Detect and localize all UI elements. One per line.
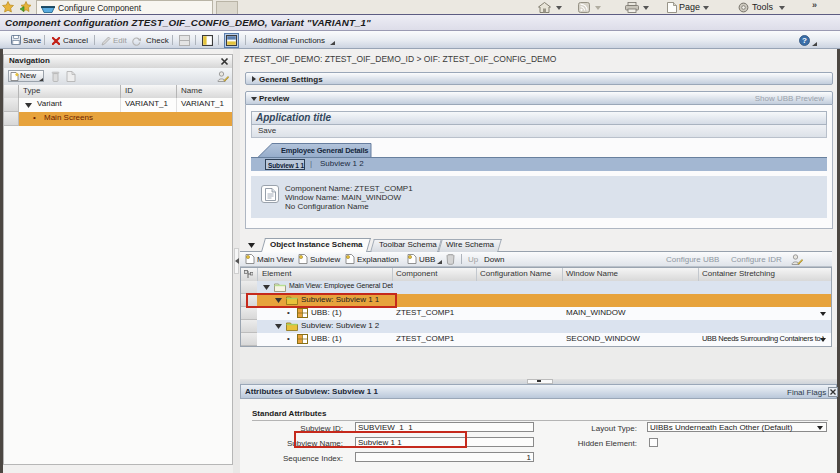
svg-text:?: ?	[802, 36, 807, 45]
